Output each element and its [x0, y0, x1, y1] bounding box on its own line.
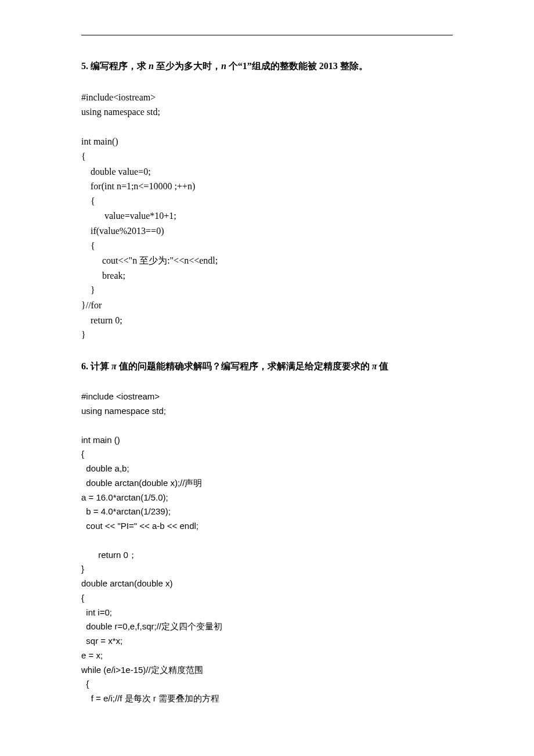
question-5-code: #include<iostream> using namespace std; …: [81, 90, 453, 343]
q6-heading-suffix: 值: [379, 361, 388, 371]
question-5-heading: 5. 编写程序，求 n 至少为多大时，n 个“1”组成的整数能被 2013 整除…: [81, 59, 453, 74]
q6-pi2: π: [372, 361, 380, 371]
q5-heading-suffix: 个“1”组成的整数能被 2013 整除。: [229, 61, 368, 71]
q5-heading-mid1-text: 至少为多大时，: [156, 61, 221, 71]
q5-n2: n: [221, 61, 229, 71]
q5-n1: n: [146, 61, 156, 71]
q6-heading-prefix: 6. 计算: [81, 361, 111, 371]
q5-heading-prefix: 5. 编写程序，求: [81, 61, 146, 71]
question-6-heading: 6. 计算 π 值的问题能精确求解吗？编写程序，求解满足给定精度要求的 π 值: [81, 359, 453, 374]
question-6-code: #include <iostream> using namespace std;…: [81, 390, 453, 706]
q6-heading-mid1: 值的问题能精确求解吗？编写程序，求解满足给定精度要求的: [119, 361, 372, 371]
page-top-divider: [81, 35, 453, 35]
q6-pi1: π: [111, 361, 119, 371]
